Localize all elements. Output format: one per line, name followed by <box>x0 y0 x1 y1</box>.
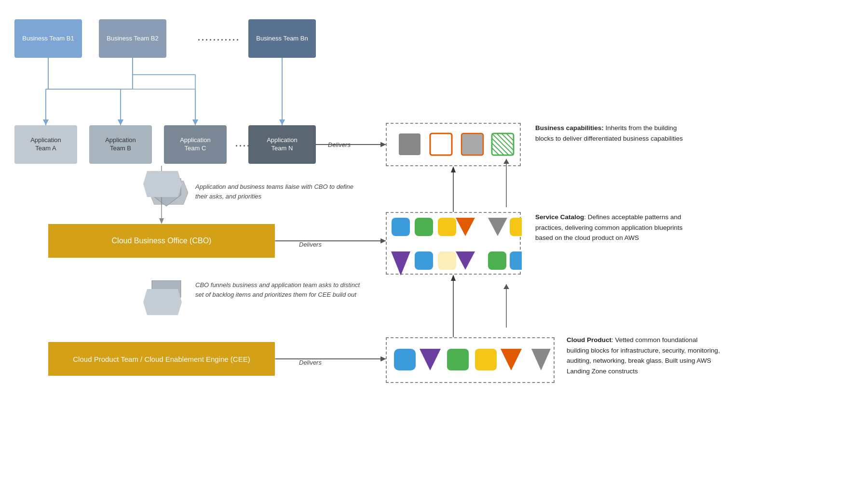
svg-rect-55 <box>510 251 522 270</box>
svg-marker-89 <box>143 171 182 197</box>
cpe-delivers-label: Delivers <box>299 359 322 366</box>
app-team-n: ApplicationTeam N <box>248 125 316 164</box>
cbo-to-cpe-label: CBO funnels business and application tea… <box>195 280 364 299</box>
svg-marker-23 <box>381 356 386 361</box>
svg-rect-32 <box>399 133 420 155</box>
svg-rect-33 <box>430 133 452 155</box>
svg-marker-71 <box>380 356 386 361</box>
svg-rect-46 <box>438 218 456 236</box>
dots-business-teams: ........... <box>198 33 240 43</box>
svg-marker-79 <box>43 119 48 125</box>
svg-rect-51 <box>415 251 433 270</box>
svg-marker-76 <box>280 119 285 125</box>
svg-marker-90 <box>143 289 182 315</box>
svg-marker-48 <box>488 218 507 236</box>
svg-rect-45 <box>415 218 433 236</box>
app-team-b: ApplicationTeam B <box>89 125 152 164</box>
svg-marker-53 <box>456 251 475 270</box>
svg-marker-15 <box>279 119 285 125</box>
svg-marker-60 <box>501 349 522 370</box>
svg-rect-44 <box>392 218 410 236</box>
svg-marker-25 <box>503 284 509 289</box>
svg-marker-67 <box>380 142 386 147</box>
cpe-box: Cloud Product Team / Cloud Enablement En… <box>48 342 275 376</box>
chevron-app-to-cbo <box>143 171 182 198</box>
cloud-product-box <box>386 337 555 383</box>
svg-rect-49 <box>510 218 522 236</box>
svg-rect-52 <box>438 251 456 270</box>
cbo-delivers-label: Delivers <box>299 241 322 248</box>
svg-rect-59 <box>475 349 497 370</box>
diagram-container: Business Team B1 Business Team B2 ......… <box>0 0 868 488</box>
svg-rect-54 <box>488 251 506 270</box>
svg-marker-50 <box>391 251 410 276</box>
business-team-b2: Business Team B2 <box>99 19 166 58</box>
business-team-bn: Business Team Bn <box>248 19 316 58</box>
svg-rect-34 <box>461 133 483 155</box>
service-catalog-box <box>386 212 521 275</box>
svg-marker-3 <box>43 119 49 125</box>
svg-marker-61 <box>531 349 551 370</box>
legend-business-capabilities: Business capabilities: Inherits from the… <box>535 123 690 144</box>
app-team-c: ApplicationTeam C <box>164 125 227 164</box>
svg-marker-17 <box>381 142 386 147</box>
business-team-b1: Business Team B1 <box>14 19 82 58</box>
svg-rect-56 <box>394 349 416 370</box>
svg-marker-47 <box>456 218 475 236</box>
svg-marker-57 <box>420 349 441 370</box>
svg-rect-58 <box>447 349 469 370</box>
chevron-cbo-to-cpe <box>143 289 182 316</box>
svg-marker-69 <box>380 238 386 243</box>
svg-marker-19 <box>381 238 386 243</box>
business-capabilities-box <box>386 123 521 166</box>
svg-marker-13 <box>192 119 198 125</box>
cbo-box: Cloud Business Office (CBO) <box>48 224 275 258</box>
app-to-cbo-label: Application and business teams liaise wi… <box>195 182 364 201</box>
app-team-a: ApplicationTeam A <box>14 125 77 164</box>
legend-service-catalog: Service Catalog: Defines acceptable patt… <box>535 212 690 243</box>
svg-marker-88 <box>159 218 164 224</box>
svg-marker-85 <box>193 119 198 125</box>
svg-marker-82 <box>118 119 123 125</box>
legend-cloud-product: Cloud Product: Vetted common foundationa… <box>567 335 721 376</box>
delivers-label-app: Delivers <box>328 141 351 148</box>
svg-marker-7 <box>118 119 123 125</box>
